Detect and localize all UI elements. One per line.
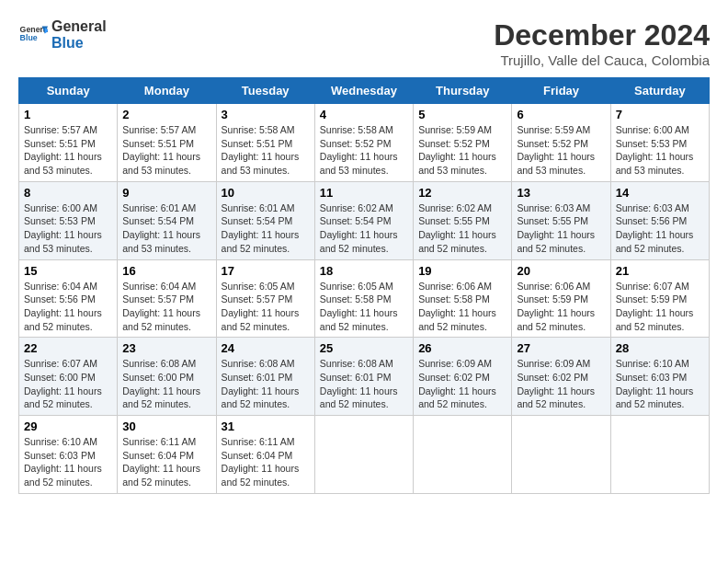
day-info: Sunrise: 6:09 AMSunset: 6:02 PMDaylight:… xyxy=(418,358,496,409)
day-info: Sunrise: 6:01 AMSunset: 5:54 PMDaylight:… xyxy=(122,202,200,254)
location-subtitle: Trujillo, Valle del Cauca, Colombia xyxy=(494,52,710,68)
day-info: Sunrise: 6:02 AMSunset: 5:54 PMDaylight:… xyxy=(320,202,398,254)
calendar-cell: 3 Sunrise: 5:58 AMSunset: 5:51 PMDayligh… xyxy=(216,104,314,182)
day-number: 10 xyxy=(222,186,310,200)
day-number: 30 xyxy=(122,419,210,433)
day-info: Sunrise: 6:02 AMSunset: 5:55 PMDaylight:… xyxy=(418,202,496,254)
logo-general: General xyxy=(51,18,107,34)
day-info: Sunrise: 6:11 AMSunset: 6:04 PMDaylight:… xyxy=(222,436,300,488)
day-info: Sunrise: 6:07 AMSunset: 5:59 PMDaylight:… xyxy=(616,281,694,332)
calendar-week-row: 8 Sunrise: 6:00 AMSunset: 5:53 PMDayligh… xyxy=(19,181,710,259)
day-info: Sunrise: 6:04 AMSunset: 5:56 PMDaylight:… xyxy=(24,281,102,332)
day-number: 16 xyxy=(122,264,210,278)
calendar-cell xyxy=(512,416,610,494)
day-number: 11 xyxy=(320,186,408,200)
calendar-week-row: 29 Sunrise: 6:10 AMSunset: 6:03 PMDaylig… xyxy=(19,416,710,494)
day-number: 27 xyxy=(517,341,605,355)
page-header: General Blue General Blue December 2024 … xyxy=(18,18,710,68)
calendar-cell: 10 Sunrise: 6:01 AMSunset: 5:54 PMDaylig… xyxy=(216,181,314,259)
calendar-cell: 2 Sunrise: 5:57 AMSunset: 5:51 PMDayligh… xyxy=(118,104,216,182)
day-number: 29 xyxy=(24,419,112,433)
logo-text: General Blue xyxy=(51,18,107,51)
calendar-week-row: 22 Sunrise: 6:07 AMSunset: 6:00 PMDaylig… xyxy=(19,338,710,416)
calendar-cell: 21 Sunrise: 6:07 AMSunset: 5:59 PMDaylig… xyxy=(610,259,709,338)
calendar-cell: 6 Sunrise: 5:59 AMSunset: 5:52 PMDayligh… xyxy=(512,104,610,182)
calendar-cell: 14 Sunrise: 6:03 AMSunset: 5:56 PMDaylig… xyxy=(610,181,709,259)
day-number: 9 xyxy=(122,186,210,200)
calendar-cell: 27 Sunrise: 6:09 AMSunset: 6:02 PMDaylig… xyxy=(512,338,610,416)
day-number: 5 xyxy=(418,108,506,121)
day-info: Sunrise: 6:08 AMSunset: 6:01 PMDaylight:… xyxy=(222,358,300,409)
day-info: Sunrise: 5:57 AMSunset: 5:51 PMDaylight:… xyxy=(24,124,102,176)
calendar-cell: 29 Sunrise: 6:10 AMSunset: 6:03 PMDaylig… xyxy=(19,416,118,494)
day-number: 15 xyxy=(24,264,112,278)
day-info: Sunrise: 6:06 AMSunset: 5:58 PMDaylight:… xyxy=(418,281,496,332)
day-number: 8 xyxy=(24,186,112,200)
calendar-cell: 23 Sunrise: 6:08 AMSunset: 6:00 PMDaylig… xyxy=(118,338,216,416)
calendar-cell: 13 Sunrise: 6:03 AMSunset: 5:55 PMDaylig… xyxy=(512,181,610,259)
day-number: 2 xyxy=(122,108,210,121)
logo-icon: General Blue xyxy=(18,20,48,50)
calendar-table: SundayMondayTuesdayWednesdayThursdayFrid… xyxy=(18,77,710,494)
calendar-cell: 15 Sunrise: 6:04 AMSunset: 5:56 PMDaylig… xyxy=(19,259,118,338)
calendar-cell: 28 Sunrise: 6:10 AMSunset: 6:03 PMDaylig… xyxy=(610,338,709,416)
day-info: Sunrise: 6:08 AMSunset: 6:01 PMDaylight:… xyxy=(320,358,398,409)
weekday-header-friday: Friday xyxy=(512,78,610,104)
calendar-cell: 17 Sunrise: 6:05 AMSunset: 5:57 PMDaylig… xyxy=(216,259,314,338)
weekday-header-tuesday: Tuesday xyxy=(216,78,314,104)
day-info: Sunrise: 5:59 AMSunset: 5:52 PMDaylight:… xyxy=(418,124,496,176)
calendar-cell xyxy=(414,416,512,494)
calendar-cell: 19 Sunrise: 6:06 AMSunset: 5:58 PMDaylig… xyxy=(414,259,512,338)
weekday-header-row: SundayMondayTuesdayWednesdayThursdayFrid… xyxy=(19,78,710,104)
weekday-header-thursday: Thursday xyxy=(414,78,512,104)
day-info: Sunrise: 6:10 AMSunset: 6:03 PMDaylight:… xyxy=(24,436,102,488)
calendar-cell: 8 Sunrise: 6:00 AMSunset: 5:53 PMDayligh… xyxy=(19,181,118,259)
day-info: Sunrise: 6:08 AMSunset: 6:00 PMDaylight:… xyxy=(122,358,200,409)
day-number: 12 xyxy=(418,186,506,200)
day-number: 24 xyxy=(222,341,310,355)
calendar-cell: 22 Sunrise: 6:07 AMSunset: 6:00 PMDaylig… xyxy=(19,338,118,416)
day-number: 26 xyxy=(418,341,506,355)
day-info: Sunrise: 6:11 AMSunset: 6:04 PMDaylight:… xyxy=(122,436,200,488)
calendar-cell xyxy=(314,416,413,494)
calendar-cell: 12 Sunrise: 6:02 AMSunset: 5:55 PMDaylig… xyxy=(414,181,512,259)
day-number: 20 xyxy=(517,264,605,278)
calendar-cell: 4 Sunrise: 5:58 AMSunset: 5:52 PMDayligh… xyxy=(314,104,413,182)
logo-blue: Blue xyxy=(51,35,84,51)
day-number: 6 xyxy=(517,108,605,121)
weekday-header-sunday: Sunday xyxy=(19,78,118,104)
day-info: Sunrise: 6:00 AMSunset: 5:53 PMDaylight:… xyxy=(616,124,694,176)
day-info: Sunrise: 6:03 AMSunset: 5:55 PMDaylight:… xyxy=(517,202,595,254)
day-info: Sunrise: 5:58 AMSunset: 5:51 PMDaylight:… xyxy=(222,124,300,176)
weekday-header-wednesday: Wednesday xyxy=(314,78,413,104)
month-year-title: December 2024 xyxy=(494,18,710,52)
day-number: 28 xyxy=(616,341,704,355)
weekday-header-saturday: Saturday xyxy=(610,78,709,104)
calendar-week-row: 15 Sunrise: 6:04 AMSunset: 5:56 PMDaylig… xyxy=(19,259,710,338)
day-number: 3 xyxy=(222,108,310,121)
day-info: Sunrise: 6:05 AMSunset: 5:57 PMDaylight:… xyxy=(222,281,300,332)
calendar-cell: 7 Sunrise: 6:00 AMSunset: 5:53 PMDayligh… xyxy=(610,104,709,182)
day-info: Sunrise: 5:57 AMSunset: 5:51 PMDaylight:… xyxy=(122,124,200,176)
day-number: 13 xyxy=(517,186,605,200)
day-number: 7 xyxy=(616,108,704,121)
day-number: 1 xyxy=(24,108,112,121)
day-info: Sunrise: 5:58 AMSunset: 5:52 PMDaylight:… xyxy=(320,124,398,176)
day-info: Sunrise: 6:00 AMSunset: 5:53 PMDaylight:… xyxy=(24,202,102,254)
day-info: Sunrise: 5:59 AMSunset: 5:52 PMDaylight:… xyxy=(517,124,595,176)
calendar-week-row: 1 Sunrise: 5:57 AMSunset: 5:51 PMDayligh… xyxy=(19,104,710,182)
calendar-cell: 11 Sunrise: 6:02 AMSunset: 5:54 PMDaylig… xyxy=(314,181,413,259)
day-info: Sunrise: 6:05 AMSunset: 5:58 PMDaylight:… xyxy=(320,281,398,332)
day-number: 14 xyxy=(616,186,704,200)
day-info: Sunrise: 6:04 AMSunset: 5:57 PMDaylight:… xyxy=(122,281,200,332)
day-number: 23 xyxy=(122,341,210,355)
day-info: Sunrise: 6:01 AMSunset: 5:54 PMDaylight:… xyxy=(222,202,300,254)
day-info: Sunrise: 6:03 AMSunset: 5:56 PMDaylight:… xyxy=(616,202,694,254)
calendar-cell: 20 Sunrise: 6:06 AMSunset: 5:59 PMDaylig… xyxy=(512,259,610,338)
day-number: 22 xyxy=(24,341,112,355)
calendar-cell: 24 Sunrise: 6:08 AMSunset: 6:01 PMDaylig… xyxy=(216,338,314,416)
weekday-header-monday: Monday xyxy=(118,78,216,104)
calendar-cell: 9 Sunrise: 6:01 AMSunset: 5:54 PMDayligh… xyxy=(118,181,216,259)
day-number: 4 xyxy=(320,108,408,121)
title-area: December 2024 Trujillo, Valle del Cauca,… xyxy=(494,18,710,68)
